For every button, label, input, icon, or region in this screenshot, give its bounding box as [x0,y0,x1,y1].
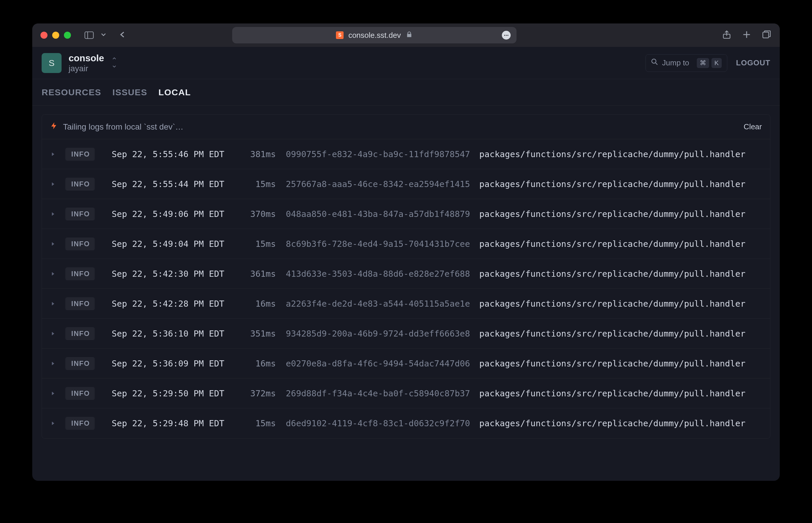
log-handler-path: packages/functions/src/replicache/dummy/… [479,359,762,368]
address-bar-host: console.sst.dev [348,31,401,40]
caret-right-icon[interactable] [50,209,60,219]
log-request-id: a2263f4e-de2d-4e83-a544-405115a5ae1e [286,299,479,309]
log-request-id: 0990755f-e832-4a9c-ba9c-11fdf9878547 [286,149,479,159]
log-handler-path: packages/functions/src/replicache/dummy/… [479,329,762,339]
log-duration: 15ms [238,239,276,249]
browser-window: S console.sst.dev ··· S console jayair [32,23,780,481]
tab-resources[interactable]: RESOURCES [42,87,102,97]
log-handler-path: packages/functions/src/replicache/dummy/… [479,299,762,309]
log-level-badge: INFO [65,297,95,310]
log-request-id: 269d88df-f34a-4c4e-ba0f-c58940c87b37 [286,389,479,398]
log-panel: Tailing logs from local `sst dev`… Clear… [42,114,770,438]
log-timestamp: Sep 22, 5:42:30 PM EDT [112,269,238,279]
log-row[interactable]: INFO Sep 22, 5:36:09 PM EDT 16ms e0270e8… [42,348,770,378]
bolt-icon [50,122,58,132]
log-level-badge: INFO [65,387,95,400]
kbd-cmd: ⌘ [697,58,709,68]
log-handler-path: packages/functions/src/replicache/dummy/… [479,389,762,398]
log-timestamp: Sep 22, 5:29:50 PM EDT [112,389,238,398]
log-handler-path: packages/functions/src/replicache/dummy/… [479,209,762,219]
browser-chrome: S console.sst.dev ··· [32,23,780,47]
log-duration: 372ms [238,389,276,398]
tab-overview-button[interactable] [762,30,772,41]
tab-group-dropdown-icon[interactable] [100,31,107,39]
log-row[interactable]: INFO Sep 22, 5:49:06 PM EDT 370ms 048aa8… [42,199,770,229]
log-level-badge: INFO [65,237,95,250]
new-tab-button[interactable] [742,30,752,41]
search-icon [651,58,658,68]
log-request-id: e0270e8a-d8fa-4f6c-9494-54dac7447d06 [286,359,479,368]
caret-right-icon[interactable] [50,239,60,249]
caret-right-icon[interactable] [50,359,60,368]
clear-logs-button[interactable]: Clear [744,122,762,131]
log-timestamp: Sep 22, 5:49:06 PM EDT [112,209,238,219]
caret-right-icon[interactable] [50,299,60,309]
log-handler-path: packages/functions/src/replicache/dummy/… [479,418,762,428]
maximize-window-button[interactable] [64,32,71,39]
log-timestamp: Sep 22, 5:55:46 PM EDT [112,149,238,159]
kbd-k: K [711,58,722,68]
jump-to-label: Jump to [662,58,689,68]
tab-local[interactable]: LOCAL [159,87,191,97]
sidebar-toggle-icon[interactable] [84,31,94,39]
app-header: S console jayair ⌃⌄ Jump to ⌘ K LOGOUT [32,47,780,79]
log-level-badge: INFO [65,178,95,191]
caret-right-icon[interactable] [50,179,60,189]
app-subtitle: jayair [69,64,104,74]
log-row[interactable]: INFO Sep 22, 5:29:50 PM EDT 372ms 269d88… [42,378,770,408]
caret-right-icon[interactable] [50,269,60,279]
address-bar[interactable]: S console.sst.dev ··· [232,27,517,43]
tab-issues[interactable]: ISSUES [112,87,147,97]
log-duration: 361ms [238,269,276,279]
back-button[interactable] [119,31,127,40]
log-request-id: 048aa850-e481-43ba-847a-a57db1f48879 [286,209,479,219]
site-favicon-icon: S [336,31,344,39]
workspace-switcher[interactable]: console jayair ⌃⌄ [69,53,118,74]
caret-right-icon[interactable] [50,149,60,159]
log-level-badge: INFO [65,267,95,280]
close-window-button[interactable] [40,32,48,39]
log-level-badge: INFO [65,417,95,430]
log-request-id: 8c69b3f6-728e-4ed4-9a15-7041431b7cee [286,239,479,249]
log-duration: 370ms [238,209,276,219]
caret-right-icon[interactable] [50,329,60,339]
log-level-badge: INFO [65,357,95,370]
log-row[interactable]: INFO Sep 22, 5:29:48 PM EDT 15ms d6ed910… [42,408,770,438]
log-duration: 15ms [238,418,276,428]
log-row[interactable]: INFO Sep 22, 5:42:28 PM EDT 16ms a2263f4… [42,289,770,319]
log-timestamp: Sep 22, 5:42:28 PM EDT [112,299,238,309]
log-duration: 381ms [238,149,276,159]
log-row[interactable]: INFO Sep 22, 5:36:10 PM EDT 351ms 934285… [42,319,770,348]
org-avatar[interactable]: S [42,53,61,73]
jump-to-search[interactable]: Jump to ⌘ K [646,54,727,72]
log-handler-path: packages/functions/src/replicache/dummy/… [479,179,762,189]
log-level-badge: INFO [65,327,95,340]
reader-mode-icon[interactable]: ··· [502,31,511,40]
log-timestamp: Sep 22, 5:49:04 PM EDT [112,239,238,249]
lock-icon [406,31,413,40]
logout-link[interactable]: LOGOUT [736,58,770,68]
log-row[interactable]: INFO Sep 22, 5:49:04 PM EDT 15ms 8c69b3f… [42,229,770,259]
log-request-id: 257667a8-aaa5-46ce-8342-ea2594ef1415 [286,179,479,189]
log-level-badge: INFO [65,148,95,161]
caret-right-icon[interactable] [50,389,60,398]
log-row[interactable]: INFO Sep 22, 5:55:46 PM EDT 381ms 099075… [42,139,770,169]
app-title: console [69,53,104,64]
caret-right-icon[interactable] [50,418,60,428]
traffic-lights [40,32,71,39]
log-request-id: 934285d9-200a-46b9-9724-dd3eff6663e8 [286,329,479,339]
chevron-up-down-icon: ⌃⌄ [111,58,118,68]
log-panel-header: Tailing logs from local `sst dev`… Clear [42,115,770,139]
log-request-id: d6ed9102-4119-4cf8-83c1-d0632c9f2f70 [286,418,479,428]
share-button[interactable] [722,30,732,41]
log-row[interactable]: INFO Sep 22, 5:55:44 PM EDT 15ms 257667a… [42,169,770,199]
svg-line-7 [655,63,657,65]
svg-rect-5 [763,32,769,38]
log-duration: 351ms [238,329,276,339]
log-request-id: 413d633e-3503-4d8a-88d6-e828e27ef688 [286,269,479,279]
svg-point-6 [652,59,656,63]
log-status-text: Tailing logs from local `sst dev`… [63,122,183,132]
log-row[interactable]: INFO Sep 22, 5:42:30 PM EDT 361ms 413d63… [42,259,770,289]
tabs-bar: RESOURCESISSUESLOCAL [32,79,780,106]
minimize-window-button[interactable] [52,32,59,39]
